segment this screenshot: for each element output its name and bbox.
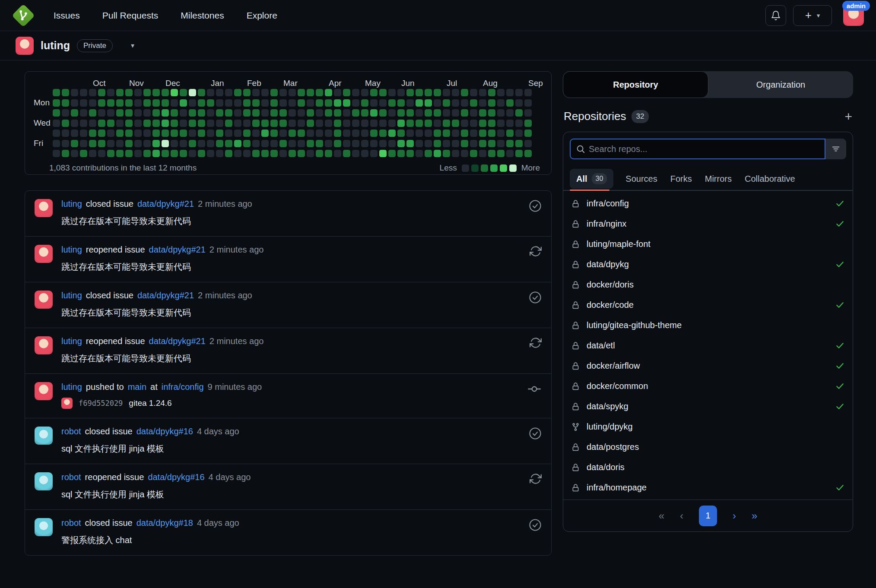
repo-row[interactable]: luting/maple-font xyxy=(563,234,853,254)
heatmap-cell xyxy=(515,109,523,117)
heatmap-cell xyxy=(125,140,133,147)
heatmap-cell xyxy=(379,150,387,157)
heatmap-cell xyxy=(98,89,105,96)
repo-row[interactable]: infra/nginx xyxy=(563,214,853,234)
heatmap-cell xyxy=(452,120,459,127)
repo-row[interactable]: data/etl xyxy=(563,335,853,356)
heatmap-cell xyxy=(334,140,341,147)
tab-repository[interactable]: Repository xyxy=(563,71,708,98)
repo-row[interactable]: docker/code xyxy=(563,295,853,315)
heatmap-cell xyxy=(225,99,232,107)
avatar[interactable] xyxy=(35,291,53,309)
branch-link[interactable]: main xyxy=(128,382,146,392)
repo-row[interactable]: infra/config xyxy=(563,193,853,214)
heatmap-cell xyxy=(171,109,178,117)
target-link[interactable]: data/dpykg#21 xyxy=(137,291,194,300)
feed-entry-content: robotclosed issuedata/dpykg#164 days ago… xyxy=(61,427,541,455)
heatmap-cell xyxy=(225,120,232,127)
heatmap-cell xyxy=(62,120,69,127)
target-link[interactable]: data/dpykg#16 xyxy=(148,472,204,482)
repo-row[interactable]: docker/doris xyxy=(563,275,853,295)
pagination-first[interactable]: « xyxy=(659,510,664,522)
filter-tab-sources[interactable]: Sources xyxy=(625,170,658,188)
repo-row[interactable]: infra/homepage xyxy=(563,477,853,498)
heatmap-cell xyxy=(316,99,323,107)
pagination-page-1[interactable]: 1 xyxy=(699,506,717,526)
profile-switcher-caret[interactable]: ▾ xyxy=(131,41,134,50)
search-input[interactable] xyxy=(589,144,819,154)
repo-row[interactable]: luting/gitea-github-theme xyxy=(563,315,853,335)
filter-tab-forks[interactable]: Forks xyxy=(670,170,693,188)
nav-link-issues[interactable]: Issues xyxy=(54,10,80,21)
add-repository-button[interactable]: + xyxy=(844,110,852,123)
pagination-last[interactable]: » xyxy=(752,510,757,522)
heatmap-month-label: Feb xyxy=(247,79,261,88)
repo-row[interactable]: docker/airflow xyxy=(563,356,853,376)
target-link[interactable]: data/dpykg#18 xyxy=(136,518,193,528)
user-link[interactable]: robot xyxy=(61,472,81,482)
repo-name: docker/code xyxy=(587,300,634,310)
repo-filter-button[interactable] xyxy=(825,139,846,159)
user-link[interactable]: robot xyxy=(61,427,81,436)
pagination-next[interactable]: › xyxy=(733,510,736,522)
target-link[interactable]: infra/config xyxy=(162,382,204,392)
heatmap-cell xyxy=(325,89,332,96)
heatmap-cell xyxy=(406,120,414,127)
heatmap-cell xyxy=(497,120,505,127)
sync-check-icon xyxy=(835,259,845,269)
avatar[interactable] xyxy=(35,245,53,263)
lock-icon xyxy=(571,321,580,330)
user-link[interactable]: luting xyxy=(61,199,82,209)
avatar[interactable] xyxy=(35,336,53,354)
commit-sha-link[interactable]: f69d552029 xyxy=(79,399,123,408)
create-new-button[interactable]: + ▾ xyxy=(793,5,832,26)
gitea-logo[interactable] xyxy=(12,4,35,27)
feed-timestamp: 2 minutes ago xyxy=(198,291,252,300)
target-link[interactable]: data/dpykg#21 xyxy=(137,199,194,209)
filter-tab-collaborative[interactable]: Collaborative xyxy=(744,170,796,188)
repo-row[interactable]: data/doris xyxy=(563,457,853,477)
nav-link-pull-requests[interactable]: Pull Requests xyxy=(102,10,159,21)
heatmap-cell xyxy=(53,140,60,147)
lock-icon xyxy=(571,463,580,472)
profile-username[interactable]: luting xyxy=(41,39,70,52)
target-link[interactable]: data/dpykg#16 xyxy=(136,427,193,436)
avatar[interactable] xyxy=(35,382,53,400)
pagination-prev[interactable]: ‹ xyxy=(680,510,683,522)
filter-tab-mirrors[interactable]: Mirrors xyxy=(704,170,733,188)
user-link[interactable]: luting xyxy=(61,336,82,346)
heatmap-cell xyxy=(225,89,232,96)
repo-row[interactable]: data/postgres xyxy=(563,437,853,457)
heatmap-cell xyxy=(180,120,187,127)
heatmap-cell xyxy=(207,99,214,107)
heatmap-cell xyxy=(98,120,105,127)
tab-organization[interactable]: Organization xyxy=(708,71,853,98)
filter-tab-all[interactable]: All30 xyxy=(570,169,613,189)
heatmap-cell xyxy=(298,120,305,127)
heatmap-cell xyxy=(80,99,87,107)
avatar[interactable] xyxy=(35,472,53,490)
avatar[interactable] xyxy=(35,518,53,536)
user-link[interactable]: luting xyxy=(61,291,82,300)
repo-row[interactable]: docker/common xyxy=(563,376,853,396)
repo-row[interactable]: data/spykg xyxy=(563,396,853,417)
nav-link-milestones[interactable]: Milestones xyxy=(181,10,224,21)
heatmap-cell xyxy=(71,120,78,127)
avatar[interactable] xyxy=(35,427,53,445)
feed-action-text: pushed to xyxy=(86,382,124,392)
nav-link-explore[interactable]: Explore xyxy=(247,10,277,21)
user-link[interactable]: robot xyxy=(61,518,81,528)
profile-avatar[interactable] xyxy=(16,37,34,55)
avatar[interactable] xyxy=(35,199,53,217)
heatmap-cell xyxy=(452,89,459,96)
repo-row[interactable]: luting/dpykg xyxy=(563,417,853,437)
target-link[interactable]: data/dpykg#21 xyxy=(149,245,206,255)
user-link[interactable]: luting xyxy=(61,245,82,255)
notifications-button[interactable] xyxy=(765,5,786,26)
heatmap-cell xyxy=(352,130,359,137)
target-link[interactable]: data/dpykg#21 xyxy=(149,336,206,346)
repo-row[interactable]: data/dpykg xyxy=(563,254,853,275)
heatmap-cell xyxy=(325,120,332,127)
user-menu[interactable]: admin xyxy=(843,5,864,26)
user-link[interactable]: luting xyxy=(61,382,82,392)
